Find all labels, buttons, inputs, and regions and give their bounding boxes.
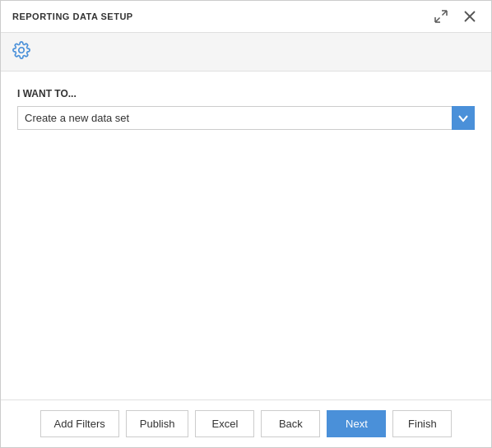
- data-set-select[interactable]: Create a new data set Edit an existing d…: [17, 106, 475, 130]
- expand-icon: [434, 9, 448, 24]
- content-area: I WANT TO... Create a new data set Edit …: [1, 72, 491, 400]
- i-want-to-label: I WANT TO...: [17, 88, 475, 99]
- publish-button[interactable]: Publish: [126, 410, 189, 437]
- back-button[interactable]: Back: [261, 410, 320, 437]
- svg-line-2: [443, 12, 447, 16]
- expand-button[interactable]: [430, 7, 452, 25]
- close-icon: [463, 10, 476, 23]
- dialog: REPORTING DATA SETUP: [0, 0, 492, 448]
- select-wrapper: Create a new data set Edit an existing d…: [17, 106, 475, 130]
- title-icons: [430, 7, 480, 25]
- excel-button[interactable]: Excel: [195, 410, 254, 437]
- finish-button[interactable]: Finish: [392, 410, 452, 437]
- add-filters-button[interactable]: Add Filters: [40, 410, 119, 437]
- close-button[interactable]: [460, 8, 480, 25]
- footer: Add Filters Publish Excel Back Next Fini…: [1, 400, 491, 447]
- gear-bar: [1, 33, 491, 72]
- next-button[interactable]: Next: [327, 410, 386, 437]
- title-bar: REPORTING DATA SETUP: [1, 1, 491, 33]
- gear-icon: [12, 41, 30, 59]
- dialog-title: REPORTING DATA SETUP: [12, 12, 133, 21]
- svg-line-5: [436, 18, 440, 22]
